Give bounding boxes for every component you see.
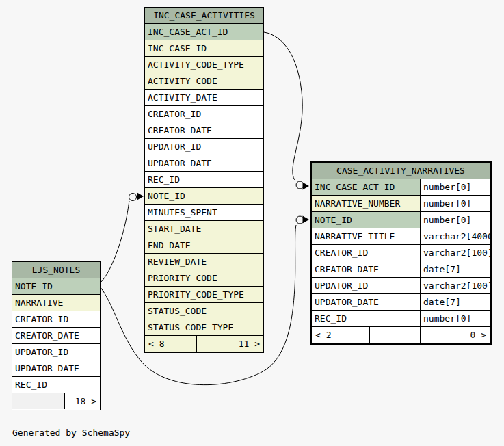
column-type-cell: number[0] (421, 179, 490, 195)
footer-prev-count[interactable]: < 8 (145, 336, 197, 352)
column-type-cell: number[0] (421, 212, 490, 228)
column-type-cell: date[7] (421, 261, 490, 277)
footer-spacer (370, 327, 421, 343)
column-row: INC_CASE_ID (145, 40, 263, 57)
column-row: MINUTES_SPENT (145, 205, 263, 221)
column-type-cell: varchar2[100] (421, 245, 490, 261)
column-row: ACTIVITY_CODE_TYPE (145, 57, 263, 73)
column-name-cell: NARRATIVE_NUMBER (312, 196, 421, 211)
footer-next-count[interactable]: 18 > (65, 393, 100, 409)
column-row: NOTE_ID (12, 278, 100, 295)
column-row: UPDATOR_DATE date[7] (312, 294, 490, 311)
column-row: REVIEW_DATE (145, 254, 263, 270)
column-name-cell: NARRATIVE_TITLE (312, 228, 421, 244)
footer-next-count[interactable]: 0 > (421, 327, 490, 343)
table-title[interactable]: EJS_NOTES (12, 262, 100, 278)
column-type-cell: date[7] (421, 294, 490, 310)
table-inc-case-activities[interactable]: INC_CASE_ACTIVITIES INC_CASE_ACT_ID INC_… (144, 7, 264, 353)
column-type-cell: number[0] (421, 196, 490, 211)
column-row: UPDATOR_ID (145, 139, 263, 155)
column-row: UPDATOR_DATE (12, 360, 100, 377)
column-row: NARRATIVE_NUMBER number[0] (312, 196, 490, 212)
column-row: PRIORITY_CODE (145, 270, 263, 287)
column-row: ACTIVITY_CODE (145, 73, 263, 90)
table-ejs-notes[interactable]: EJS_NOTES NOTE_ID NARRATIVE CREATOR_ID C… (12, 261, 101, 410)
column-row: START_DATE (145, 221, 263, 237)
column-row: NOTE_ID (145, 188, 263, 205)
relationship-ejs-notes-to-activities-note-id (101, 193, 144, 283)
column-row: CREATOR_DATE (145, 122, 263, 139)
column-row: UPDATOR_ID (12, 344, 100, 360)
column-name-cell: UPDATOR_DATE (312, 294, 421, 310)
column-name-cell: INC_CASE_ACT_ID (312, 179, 421, 195)
column-row: ACTIVITY_DATE (145, 90, 263, 106)
column-row: STATUS_CODE (145, 303, 263, 319)
column-type-cell: varchar2[100] (421, 278, 490, 293)
column-row: REC_ID (12, 377, 100, 393)
column-row: INC_CASE_ACT_ID number[0] (312, 179, 490, 196)
table-title[interactable]: INC_CASE_ACTIVITIES (145, 8, 263, 24)
column-type-cell: number[0] (421, 311, 490, 326)
table-footer: < 2 0 > (312, 327, 490, 343)
table-footer: < 8 11 > (145, 336, 263, 352)
column-row: UPDATOR_ID varchar2[100] (312, 278, 490, 294)
column-row: REC_ID (145, 172, 263, 188)
column-row: CREATOR_ID (145, 106, 263, 122)
column-name-cell: CREATOR_DATE (312, 261, 421, 277)
column-name-cell: CREATOR_ID (312, 245, 421, 261)
column-row: CREATOR_DATE (12, 328, 100, 344)
table-case-activity-narratives[interactable]: CASE_ACTIVITY_NARRATIVES INC_CASE_ACT_ID… (310, 161, 492, 345)
column-type-cell: varchar2[4000] (421, 228, 490, 244)
footer-spacer (40, 393, 65, 409)
column-row: NARRATIVE_TITLE varchar2[4000] (312, 228, 490, 245)
column-name-cell: REC_ID (312, 311, 421, 326)
column-name-cell: UPDATOR_ID (312, 278, 421, 293)
table-title[interactable]: CASE_ACTIVITY_NARRATIVES (312, 163, 490, 179)
column-row: PRIORITY_CODE_TYPE (145, 287, 263, 303)
column-row: CREATOR_ID varchar2[100] (312, 245, 490, 261)
generator-note: Generated by SchemaSpy (12, 428, 130, 438)
footer-prev-count[interactable]: < 2 (312, 327, 370, 343)
column-row: CREATOR_ID (12, 311, 100, 328)
column-row: INC_CASE_ACT_ID (145, 24, 263, 40)
column-row: REC_ID number[0] (312, 311, 490, 327)
column-row: STATUS_CODE_TYPE (145, 319, 263, 336)
column-row: END_DATE (145, 237, 263, 254)
column-row: UPDATOR_DATE (145, 155, 263, 172)
footer-spacer (12, 393, 40, 409)
table-footer: 18 > (12, 393, 100, 410)
column-row: NARRATIVE (12, 295, 100, 311)
footer-spacer (197, 336, 224, 352)
column-name-cell: NOTE_ID (312, 212, 421, 228)
column-row: CREATOR_DATE date[7] (312, 261, 490, 278)
relationship-activities-to-narratives-inc-case-act-id (264, 32, 309, 190)
footer-next-count[interactable]: 11 > (224, 336, 263, 352)
column-row: NOTE_ID number[0] (312, 212, 490, 228)
